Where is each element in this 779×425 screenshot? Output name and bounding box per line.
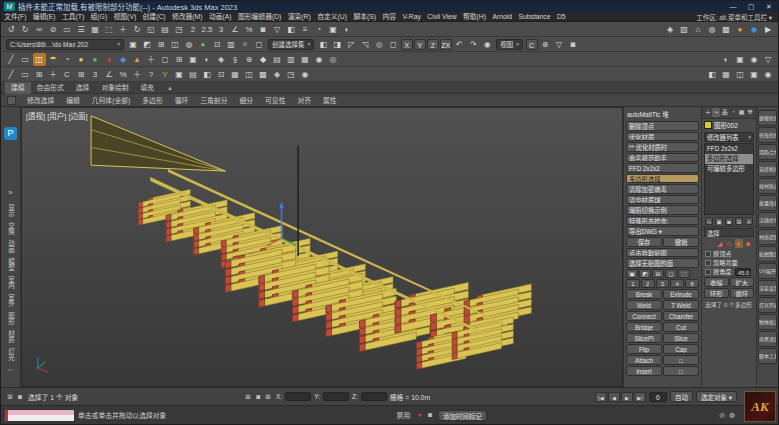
stack-tool-icon[interactable]: ◙ (725, 217, 733, 225)
viewport-label[interactable]: [透视] [用户] [边面] (26, 110, 88, 121)
poly-tool-button[interactable]: Break (626, 289, 662, 299)
sidebar-category[interactable]: 模型 (6, 258, 16, 271)
menu-item[interactable]: Civil View (424, 12, 460, 22)
toolbar-icon[interactable]: ＋ (131, 68, 144, 81)
menu-item[interactable]: 图形编辑器(D) (235, 12, 285, 22)
toolbar-icon[interactable]: ▭ (19, 53, 32, 66)
toolbar-icon[interactable]: ▥ (285, 53, 298, 66)
toolbar-icon[interactable]: ◹ (359, 38, 372, 51)
selection-button[interactable]: 循环 (730, 288, 755, 298)
toolbar-icon[interactable]: ◐ (201, 53, 214, 66)
toolbar-icon[interactable]: ▤ (159, 23, 172, 36)
script-tool-button[interactable]: 导出DWG ▾ (626, 226, 699, 236)
wide-action-button[interactable]: 点击拾取贴图 (626, 248, 699, 258)
quick-script-button[interactable]: 脚本工具 (758, 348, 777, 364)
toolbar-icon[interactable]: ▽ (271, 23, 284, 36)
toolbar-icon[interactable]: ◫ (33, 53, 46, 66)
stack-tool-icon[interactable]: ▣ (715, 217, 723, 225)
status-icon[interactable]: ◎ (717, 410, 727, 420)
mute-toggle-icon[interactable]: ◙ (425, 410, 435, 420)
modifier-list-dropdown[interactable]: 修改器列表 ▾ (704, 132, 754, 142)
menu-item[interactable]: 帮助(H) (460, 12, 489, 22)
toolbar-icon[interactable]: ● (75, 53, 88, 66)
toolbar-icon[interactable]: ◨ (331, 38, 344, 51)
poly-tool-button[interactable]: Cut (663, 322, 699, 332)
toolbar-icon[interactable]: § (229, 53, 242, 66)
stack-tool-icon[interactable]: ∿ (705, 217, 713, 225)
toolbar-icon[interactable]: ▩ (257, 68, 270, 81)
object-color-swatch[interactable] (704, 121, 712, 129)
toolbar-icon[interactable]: 3 (215, 23, 228, 36)
smoothing-group-button[interactable]: 2 (641, 279, 655, 288)
x-coordinate-field[interactable] (285, 392, 311, 401)
toolbar-icon[interactable]: ◻ (387, 38, 400, 51)
ribbon-panel-title[interactable]: 几何体(全部) (86, 95, 137, 105)
toolbar-icon[interactable]: ▭ (61, 23, 74, 36)
quick-script-button[interactable]: 材质提取 (758, 229, 777, 245)
ribbon-panel-title[interactable]: 三角剖分 (194, 95, 233, 105)
ribbon-tab[interactable]: 填充 (135, 82, 161, 94)
poly-tool-button[interactable]: T Weld (663, 300, 699, 310)
mini-tool-icon[interactable]: ⊞ (652, 269, 664, 278)
sidebar-category[interactable]: 交换 (6, 222, 16, 235)
ribbon-tab[interactable]: 自由形式 (31, 82, 70, 94)
sidebar-category[interactable]: 灯光 (6, 348, 16, 361)
toolbar-icon[interactable]: ◳ (173, 23, 186, 36)
toolbar-icon[interactable]: ▦ (89, 23, 102, 36)
mini-tool-icon[interactable]: ◩ (639, 269, 651, 278)
toolbar-icon[interactable]: ◸ (345, 38, 358, 51)
playback-button[interactable]: ▶| (634, 392, 646, 402)
toolbar-icon[interactable]: ↷ (467, 38, 480, 51)
ribbon-tab[interactable]: 对象绘制 (95, 82, 134, 94)
named-selection-combo[interactable]: 创建选择集 ▾ (268, 39, 314, 50)
selection-button[interactable]: 收缩 (704, 277, 729, 287)
toolbar-icon[interactable]: ◉ (481, 38, 494, 51)
toolbar-icon[interactable]: 3 (89, 68, 102, 81)
menu-item[interactable]: 修改器(M) (169, 12, 206, 22)
toolbar-icon[interactable]: ◆ (117, 53, 130, 66)
wide-action-button[interactable]: 选择无贴图的面 (626, 258, 699, 268)
subobject-level-icon[interactable]: ◆ (744, 239, 752, 248)
selection-button[interactable]: 环形 (704, 288, 729, 298)
small-action-button[interactable]: 保存 (626, 237, 662, 247)
subobject-level-icon[interactable]: ◢ (716, 239, 724, 248)
ribbon-collapse-icon[interactable]: ▴ (168, 84, 172, 92)
menu-item[interactable]: 组(G) (87, 12, 110, 22)
poly-tool-button[interactable]: Bridge (626, 322, 662, 332)
expand-chevron-icon[interactable]: » (8, 188, 12, 197)
stack-tool-icon[interactable]: ⊞ (735, 217, 743, 225)
toolbar-icon[interactable]: ⬚ (103, 23, 116, 36)
poly-tool-button[interactable]: Weld (626, 300, 662, 310)
toolbar-icon[interactable]: ⊞ (33, 68, 46, 81)
toolbar-icon[interactable]: ╱ (5, 68, 18, 81)
toolbar-icon[interactable]: ╱ (5, 53, 18, 66)
toolbar-icon[interactable]: % (243, 23, 256, 36)
toolbar-icon[interactable]: ◙ (567, 38, 580, 51)
sidebar-category[interactable]: 显示 (6, 204, 16, 217)
app-logo-icon[interactable]: M (4, 2, 15, 11)
toolbar-icon[interactable]: ▤ (271, 53, 284, 66)
toolbar-icon[interactable]: ◳ (285, 68, 298, 81)
toolbar-icon[interactable]: ⌂ (692, 23, 705, 36)
toolbar-icon[interactable]: ▦ (229, 68, 242, 81)
smoothing-group-button[interactable]: 4 (670, 279, 684, 288)
toolbar-icon[interactable]: ▲ (131, 53, 144, 66)
toolbar-icon[interactable]: ◧ (317, 38, 330, 51)
status-icon[interactable]: ⊞ (5, 392, 15, 402)
quick-script-button[interactable]: 渲染设置 (758, 280, 777, 296)
toolbar-icon[interactable]: ⊘ (47, 23, 60, 36)
poly-tool-button[interactable]: Flip (626, 344, 662, 354)
poly-tool-button[interactable]: Insert (626, 366, 662, 376)
command-panel-tab-icon[interactable]: ◔ (729, 108, 737, 117)
toolbar-icon[interactable]: ⊡ (215, 68, 228, 81)
toolbar-icon[interactable]: ◆ (257, 53, 270, 66)
close-button[interactable]: ✕ (760, 1, 778, 12)
toolbar-icon[interactable]: ◔ (313, 23, 326, 36)
poly-tool-button[interactable]: Slice (663, 333, 699, 343)
sidebar-category[interactable]: 材质 (6, 330, 16, 343)
smoothing-group-button[interactable]: 8 (685, 279, 699, 288)
ribbon-panel-title[interactable]: 编辑 (60, 95, 86, 105)
stack-tool-icon[interactable]: ✕ (745, 217, 753, 225)
axis-constraint-button[interactable]: Z (427, 39, 439, 50)
script-tool-button[interactable]: 命名规范助手 (626, 153, 699, 163)
